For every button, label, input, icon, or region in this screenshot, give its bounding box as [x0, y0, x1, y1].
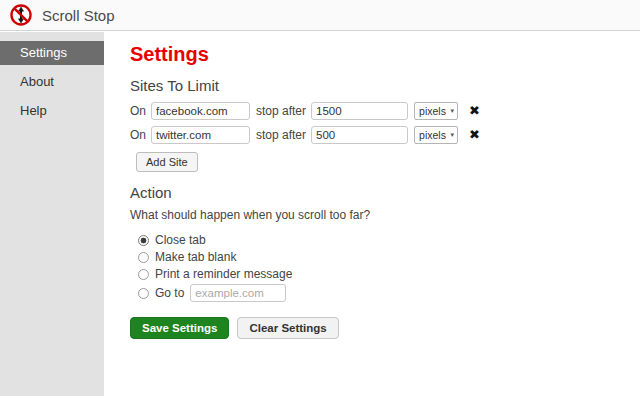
goto-url-input[interactable] — [190, 284, 286, 302]
site-limit-row: On stop after pixels ▾ ✖ — [130, 126, 640, 144]
sidebar-item-settings[interactable]: Settings — [0, 41, 104, 65]
action-question: What should happen when you scroll too f… — [130, 208, 640, 222]
site-url-input[interactable] — [151, 102, 250, 120]
unit-select-value: pixels — [419, 129, 446, 141]
radio-option-reminder: Print a reminder message — [138, 267, 640, 281]
sites-section-heading: Sites To Limit — [130, 78, 640, 95]
app-header: Scroll Stop — [0, 0, 640, 31]
stop-after-label: stop after — [256, 128, 306, 142]
on-label: On — [130, 128, 146, 142]
action-section: Action What should happen when you scrol… — [130, 185, 640, 303]
page-title: Settings — [130, 43, 640, 65]
radio-option-goto: Go to — [138, 284, 640, 302]
clear-settings-button[interactable]: Clear Settings — [237, 317, 338, 339]
sidebar-nav: Settings About Help — [0, 32, 104, 396]
chevron-down-icon: ▾ — [451, 107, 455, 114]
settings-buttons: Save Settings Clear Settings — [130, 317, 640, 339]
radio-label: Go to — [155, 286, 184, 300]
chevron-down-icon: ▾ — [451, 131, 455, 138]
go-to-radio[interactable] — [138, 288, 149, 299]
close-tab-radio[interactable] — [138, 235, 149, 246]
print-reminder-radio[interactable] — [138, 269, 149, 280]
stop-after-label: stop after — [256, 104, 306, 118]
scroll-stop-logo-icon — [10, 4, 32, 26]
app-title: Scroll Stop — [42, 7, 115, 24]
radio-label: Print a reminder message — [155, 267, 292, 281]
radio-option-close-tab: Close tab — [138, 233, 640, 247]
sidebar-item-about[interactable]: About — [0, 70, 104, 94]
radio-label: Make tab blank — [155, 250, 236, 264]
action-section-heading: Action — [130, 185, 640, 202]
unit-select[interactable]: pixels ▾ — [414, 126, 458, 144]
delete-site-icon[interactable]: ✖ — [469, 128, 480, 141]
site-url-input[interactable] — [151, 126, 250, 144]
radio-option-make-blank: Make tab blank — [138, 250, 640, 264]
add-site-button[interactable]: Add Site — [136, 152, 198, 172]
scroll-limit-input[interactable] — [311, 102, 408, 120]
on-label: On — [130, 104, 146, 118]
sidebar-item-help[interactable]: Help — [0, 99, 104, 123]
make-tab-blank-radio[interactable] — [138, 252, 149, 263]
save-settings-button[interactable]: Save Settings — [130, 317, 229, 339]
delete-site-icon[interactable]: ✖ — [469, 104, 480, 117]
radio-label: Close tab — [155, 233, 206, 247]
site-limit-row: On stop after pixels ▾ ✖ — [130, 102, 640, 120]
unit-select-value: pixels — [419, 105, 446, 117]
unit-select[interactable]: pixels ▾ — [414, 102, 458, 120]
scroll-limit-input[interactable] — [311, 126, 408, 144]
main-content: Settings Sites To Limit On stop after pi… — [104, 32, 640, 400]
